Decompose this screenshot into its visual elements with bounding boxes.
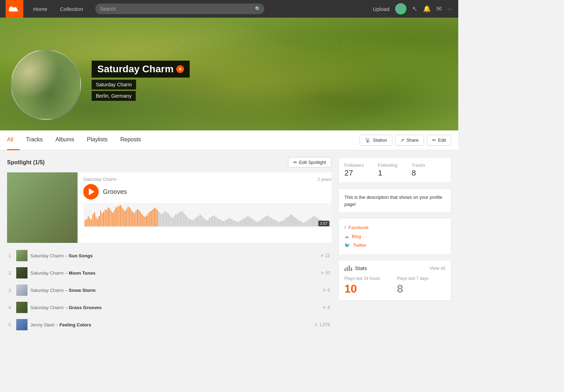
search-input[interactable] [95, 4, 264, 14]
notifications-icon[interactable]: 🔔 [423, 5, 431, 13]
navbar: Home Collection 🔍 Upload ↖ 🔔 ✉ ··· [0, 0, 458, 18]
tab-playlists[interactable]: Playlists [81, 130, 114, 150]
waveform-bar [89, 218, 90, 226]
station-button[interactable]: 📡 Station [360, 135, 392, 146]
waveform-bar [263, 218, 264, 226]
waveform-bar [167, 213, 168, 226]
track-list-item[interactable]: 3 Saturday Charm – Snow Storm 6 [7, 282, 331, 299]
waveform-bar [118, 206, 119, 226]
waveform-bar [145, 217, 146, 226]
waveform-bar [294, 217, 295, 226]
track-list-item[interactable]: 5 Jenny Steel – Feeling Colors 1,079 [7, 316, 331, 333]
waveform-bar [312, 217, 313, 226]
soundcloud-logo[interactable] [6, 0, 23, 18]
waveform-bar [206, 220, 207, 226]
track-list-thumb [16, 302, 27, 313]
waveform-bar [268, 215, 269, 226]
nav-collection[interactable]: Collection [54, 0, 90, 18]
waveform-bar [260, 220, 261, 226]
waveform-bar [146, 215, 147, 226]
waveform-bar [85, 220, 86, 226]
hero-info: Saturday Charm ★ Saturday Charm Berlin, … [92, 61, 190, 102]
waveform-bar [254, 220, 255, 226]
waveform-bar [186, 216, 187, 226]
waveform-bar [286, 218, 287, 226]
stat-following: Following 1 [378, 163, 411, 178]
waveform-bar [257, 222, 258, 226]
bar2 [347, 267, 348, 271]
play-count: 6 [327, 288, 330, 293]
twitter-link[interactable]: 🐦 Twitter [344, 241, 445, 250]
track-list-label: Saturday Charm – Moon Tunes [30, 270, 318, 276]
waveform-bar [298, 220, 299, 226]
waveform-bar [258, 221, 259, 226]
share-button[interactable]: ↗ Share [395, 135, 424, 146]
waveform-bar [135, 211, 136, 226]
hero-artist-name: Saturday Charm [97, 63, 173, 75]
stats-label: Stats [355, 265, 367, 271]
stat-tracks: Tracks 8 [412, 163, 445, 178]
track-list-item[interactable]: 1 Saturday Charm – Sun Songs 12 [7, 247, 331, 264]
waveform-bar [143, 216, 144, 226]
track-list-plays: 12 [321, 253, 330, 258]
play-small-icon [323, 288, 326, 292]
nav-home[interactable]: Home [27, 0, 54, 18]
waveform-bar [172, 218, 173, 226]
plays-7d-label: Plays last 7 days [397, 276, 445, 281]
more-icon[interactable]: ··· [447, 5, 453, 13]
tab-albums[interactable]: Albums [49, 130, 80, 150]
waveform[interactable]: 3:57 [83, 203, 331, 228]
bio-box: This is the description that shows on yo… [338, 189, 451, 213]
waveform-bar [238, 221, 239, 226]
waveform-bar [131, 210, 132, 226]
waveform-bar [247, 216, 249, 226]
track-num: 4 [8, 305, 13, 310]
track-list-plays: 10 [321, 270, 330, 275]
waveform-bar [175, 214, 176, 226]
plays-grid: Plays last 24 hours 10 Plays last 7 days… [344, 276, 445, 295]
waveform-bar [270, 218, 271, 226]
play-button[interactable] [83, 184, 99, 200]
hero-sub-name: Saturday Charm [96, 82, 132, 87]
upload-link[interactable]: Upload [373, 6, 390, 12]
track-list-thumb [16, 284, 27, 296]
messages-icon[interactable]: ✉ [436, 5, 442, 13]
play-count: 4 [327, 305, 330, 310]
waveform-bar [227, 219, 228, 226]
tab-all[interactable]: All [7, 130, 20, 150]
waveform-bar [112, 213, 113, 226]
waveform-bar [295, 218, 296, 226]
waveform-bar [289, 215, 290, 226]
waveform-bar [197, 217, 198, 226]
nav-right: Upload ↖ 🔔 ✉ ··· [373, 3, 453, 14]
waveform-bar [115, 208, 116, 226]
following-value: 1 [378, 169, 411, 178]
view-all-link[interactable]: View all [429, 265, 445, 271]
edit-spotlight-button[interactable]: ✏ Edit Spotlight [288, 157, 331, 167]
hero-section: Saturday Charm ★ Saturday Charm Berlin, … [0, 18, 458, 130]
facebook-link[interactable]: f Facebook [344, 223, 445, 232]
blog-link[interactable]: ☁ Blog [344, 232, 445, 241]
waveform-bar [240, 220, 241, 226]
track-duration: 3:57 [318, 221, 329, 226]
tab-tracks[interactable]: Tracks [20, 130, 49, 150]
plays-7d: Plays last 7 days 8 [397, 276, 445, 295]
waveform-bar [280, 221, 281, 226]
waveform-bar [128, 207, 129, 226]
waveform-bar [317, 218, 318, 226]
search-icon: 🔍 [255, 6, 261, 12]
waveform-bar [232, 220, 233, 226]
bar1 [344, 268, 346, 271]
waveform-bar [117, 207, 118, 226]
track-list-item[interactable]: 2 Saturday Charm – Moon Tunes 10 [7, 264, 331, 282]
waveform-bar [218, 219, 219, 226]
spotlight-title: Spotlight (1/5) [7, 159, 45, 166]
waveform-bar [209, 218, 210, 226]
edit-button[interactable]: ✏ Edit [427, 135, 451, 146]
track-list-item[interactable]: 4 Saturday Charm – Grass Grooves 4 [7, 299, 331, 316]
waveform-bar [182, 211, 183, 226]
waveform-bar [278, 222, 279, 226]
avatar[interactable] [395, 3, 406, 14]
tab-reposts[interactable]: Reposts [114, 130, 147, 150]
waveform-bar [140, 212, 141, 226]
